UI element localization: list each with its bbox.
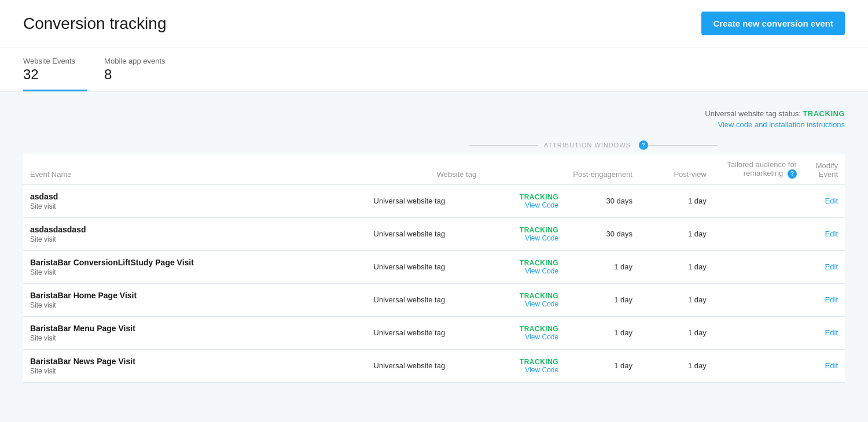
view-code-line: View code and installation instructions xyxy=(23,120,845,129)
tracking-status-1: TRACKING xyxy=(490,226,558,234)
attribution-right-line xyxy=(648,145,718,146)
col-header-post-view: Post-view xyxy=(639,154,713,184)
cell-audience-1 xyxy=(713,217,804,250)
edit-link-4[interactable]: Edit xyxy=(825,328,838,337)
cell-tag-1: Universal website tag xyxy=(336,217,484,250)
edit-link-0[interactable]: Edit xyxy=(825,197,838,205)
tab-mobile-events[interactable]: Mobile app events 8 xyxy=(104,47,177,91)
tab-mobile-label: Mobile app events xyxy=(104,57,165,65)
cell-tracking-1: TRACKING View Code xyxy=(483,217,565,250)
table-row: asdasd Site visit Universal website tag … xyxy=(23,184,845,217)
cell-event-name-1: asdasdasdasd Site visit xyxy=(23,217,336,250)
tracking-status-2: TRACKING xyxy=(490,259,558,267)
cell-post-view-5: 1 day xyxy=(639,349,713,382)
view-code-btn-1[interactable]: View Code xyxy=(490,234,558,242)
event-type-2: Site visit xyxy=(30,268,329,276)
tracking-status-3: TRACKING xyxy=(490,292,558,300)
event-type-4: Site visit xyxy=(30,334,329,342)
event-type-0: Site visit xyxy=(30,202,329,210)
event-name-0: asdasd xyxy=(30,192,329,201)
event-type-5: Site visit xyxy=(30,367,329,375)
attribution-windows-header: ATTRIBUTION WINDOWS ? xyxy=(23,140,845,150)
table-row: BaristaBar ConversionLiftStudy Page Visi… xyxy=(23,250,845,283)
create-conversion-button[interactable]: Create new conversion event xyxy=(701,12,845,35)
status-line: Universal website tag status: TRACKING xyxy=(23,109,845,118)
table-body: asdasd Site visit Universal website tag … xyxy=(23,184,845,382)
cell-audience-0 xyxy=(713,184,804,217)
attribution-windows-label: ATTRIBUTION WINDOWS xyxy=(538,142,637,149)
col-header-tracking xyxy=(483,154,565,184)
cell-modify-4: Edit xyxy=(804,316,845,349)
cell-tag-4: Universal website tag xyxy=(336,316,484,349)
view-code-btn-0[interactable]: View Code xyxy=(490,201,558,209)
cell-audience-3 xyxy=(713,283,804,316)
event-type-1: Site visit xyxy=(30,235,329,243)
event-name-4: BaristaBar Menu Page Visit xyxy=(30,324,329,333)
tracking-status-bar: Universal website tag status: TRACKING V… xyxy=(23,103,845,140)
cell-post-view-0: 1 day xyxy=(639,184,713,217)
tracking-status-badge: TRACKING xyxy=(803,109,845,118)
cell-tag-0: Universal website tag xyxy=(336,184,484,217)
edit-link-3[interactable]: Edit xyxy=(825,295,838,304)
cell-tag-5: Universal website tag xyxy=(336,349,484,382)
table-row: BaristaBar Home Page Visit Site visit Un… xyxy=(23,283,845,316)
universal-tag-status-label: Universal website tag status: xyxy=(705,109,800,118)
attribution-left-line xyxy=(469,145,538,146)
audience-help-icon[interactable]: ? xyxy=(788,169,797,179)
view-code-btn-2[interactable]: View Code xyxy=(490,267,558,275)
event-type-3: Site visit xyxy=(30,301,329,309)
tracking-status-4: TRACKING xyxy=(490,325,558,333)
cell-modify-1: Edit xyxy=(804,217,845,250)
cell-audience-5 xyxy=(713,349,804,382)
tracking-status-5: TRACKING xyxy=(490,358,558,366)
cell-event-name-3: BaristaBar Home Page Visit Site visit xyxy=(23,283,336,316)
cell-audience-2 xyxy=(713,250,804,283)
page-title: Conversion tracking xyxy=(23,14,166,33)
tab-website-events[interactable]: Website Events 32 xyxy=(23,47,87,91)
cell-event-name-2: BaristaBar ConversionLiftStudy Page Visi… xyxy=(23,250,336,283)
event-name-5: BaristaBar News Page Visit xyxy=(30,357,329,366)
cell-modify-2: Edit xyxy=(804,250,845,283)
cell-post-view-2: 1 day xyxy=(639,250,713,283)
col-header-post-engagement: Post-engagement xyxy=(565,154,639,184)
cell-post-view-4: 1 day xyxy=(639,316,713,349)
tab-website-count: 32 xyxy=(23,66,75,83)
cell-tag-3: Universal website tag xyxy=(336,283,484,316)
view-code-link[interactable]: View code and installation instructions xyxy=(718,120,845,129)
attribution-help-icon[interactable]: ? xyxy=(639,140,648,150)
cell-tracking-5: TRACKING View Code xyxy=(483,349,565,382)
tracking-status-0: TRACKING xyxy=(490,193,558,201)
cell-post-eng-3: 1 day xyxy=(565,283,639,316)
cell-audience-4 xyxy=(713,316,804,349)
cell-post-eng-1: 30 days xyxy=(565,217,639,250)
table-row: BaristaBar News Page Visit Site visit Un… xyxy=(23,349,845,382)
cell-post-view-3: 1 day xyxy=(639,283,713,316)
cell-tracking-2: TRACKING View Code xyxy=(483,250,565,283)
cell-tracking-4: TRACKING View Code xyxy=(483,316,565,349)
table-row: asdasdasdasd Site visit Universal websit… xyxy=(23,217,845,250)
cell-modify-0: Edit xyxy=(804,184,845,217)
edit-link-1[interactable]: Edit xyxy=(825,229,838,238)
table-header-row: Event Name Website tag Post-engagement P… xyxy=(23,154,845,184)
edit-link-2[interactable]: Edit xyxy=(825,262,838,271)
col-header-event-name: Event Name xyxy=(23,154,336,184)
cell-modify-3: Edit xyxy=(804,283,845,316)
cell-event-name-4: BaristaBar Menu Page Visit Site visit xyxy=(23,316,336,349)
cell-event-name-5: BaristaBar News Page Visit Site visit xyxy=(23,349,336,382)
cell-post-view-1: 1 day xyxy=(639,217,713,250)
cell-post-eng-2: 1 day xyxy=(565,250,639,283)
view-code-btn-5[interactable]: View Code xyxy=(490,366,558,374)
tab-mobile-count: 8 xyxy=(104,66,165,83)
edit-link-5[interactable]: Edit xyxy=(825,361,838,370)
events-table: Event Name Website tag Post-engagement P… xyxy=(23,154,845,383)
cell-tracking-3: TRACKING View Code xyxy=(483,283,565,316)
view-code-btn-3[interactable]: View Code xyxy=(490,300,558,308)
cell-tracking-0: TRACKING View Code xyxy=(483,184,565,217)
view-code-btn-4[interactable]: View Code xyxy=(490,333,558,341)
cell-modify-5: Edit xyxy=(804,349,845,382)
page-header: Conversion tracking Create new conversio… xyxy=(0,0,868,47)
tab-website-label: Website Events xyxy=(23,57,75,65)
content-area: Universal website tag status: TRACKING V… xyxy=(0,92,868,394)
cell-post-eng-0: 30 days xyxy=(565,184,639,217)
col-header-modify-event: Modify Event xyxy=(804,154,845,184)
